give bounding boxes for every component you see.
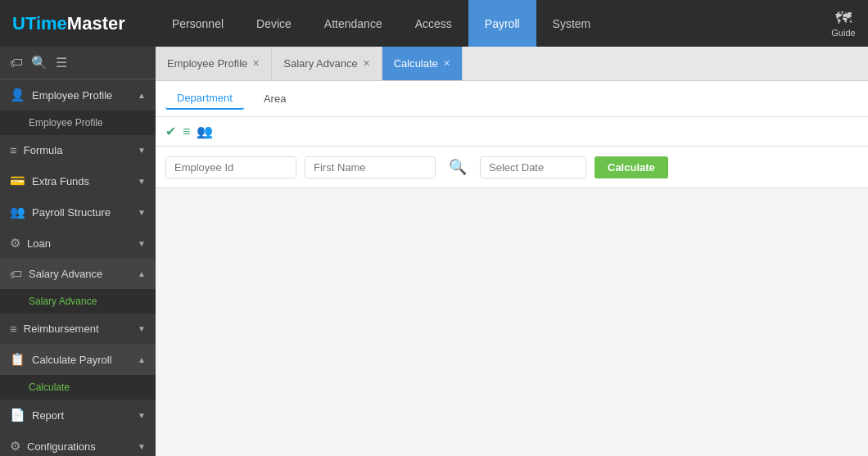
nav-payroll[interactable]: Payroll <box>468 0 536 47</box>
tab-bar: Employee Profile ✕ Salary Advance ✕ Calc… <box>156 47 868 81</box>
arrow-down-icon: ▼ <box>138 146 146 155</box>
arrow-up-icon2: ▲ <box>138 269 146 278</box>
nav-system[interactable]: System <box>536 0 608 47</box>
sidebar-item-reimbursement[interactable]: ≡ Reimbursement ▼ <box>0 314 156 344</box>
sidebar-label-calculate-payroll: Calculate Payroll <box>32 354 131 366</box>
main-layout: 🏷 🔍 ☰ 👤 Employee Profile ▲ Employee Prof… <box>0 47 868 456</box>
first-name-input[interactable] <box>305 156 436 178</box>
sidebar-item-report[interactable]: 📄 Report ▼ <box>0 400 156 431</box>
calculate-payroll-icon: 📋 <box>10 352 25 367</box>
sidebar-item-configurations[interactable]: ⚙ Configurations ▼ <box>0 431 156 456</box>
logo: UTime Master <box>0 13 156 34</box>
guide-label: Guide <box>831 28 855 38</box>
reimbursement-icon: ≡ <box>10 322 17 336</box>
sidebar-label-formula: Formula <box>24 144 131 156</box>
sidebar: 🏷 🔍 ☰ 👤 Employee Profile ▲ Employee Prof… <box>0 47 156 456</box>
filter-tab-department[interactable]: Department <box>165 88 244 110</box>
sidebar-label-payroll-structure: Payroll Structure <box>32 206 131 219</box>
sidebar-label-loan: Loan <box>27 237 131 250</box>
sidebar-child-calculate[interactable]: Calculate <box>0 375 156 400</box>
sidebar-top-icons: 🏷 🔍 ☰ <box>0 47 156 79</box>
nav-personnel[interactable]: Personnel <box>156 0 240 47</box>
guide-button[interactable]: 🗺 Guide <box>819 5 868 42</box>
sidebar-section-report: 📄 Report ▼ <box>0 400 156 431</box>
report-icon: 📄 <box>10 408 25 422</box>
nav-attendance[interactable]: Attendance <box>308 0 399 47</box>
sidebar-section-loan: ⚙ Loan ▼ <box>0 228 156 259</box>
arrow-down-icon7: ▼ <box>138 442 146 451</box>
sidebar-item-formula[interactable]: ≡ Formula ▼ <box>0 135 156 165</box>
search-icon[interactable]: 🔍 <box>31 55 47 70</box>
search-button[interactable]: 🔍 <box>444 153 472 181</box>
sidebar-section-payroll-structure: 👥 Payroll Structure ▼ <box>0 196 156 228</box>
list-view-icon[interactable]: ≡ <box>183 124 190 139</box>
sidebar-child-employee-profile[interactable]: Employee Profile <box>0 111 156 135</box>
employee-id-input[interactable] <box>165 156 296 178</box>
content-area: Employee Profile ✕ Salary Advance ✕ Calc… <box>156 47 868 456</box>
sidebar-section-calculate-payroll: 📋 Calculate Payroll ▲ Calculate <box>0 344 156 400</box>
table-area <box>156 188 868 456</box>
sidebar-item-calculate-payroll[interactable]: 📋 Calculate Payroll ▲ <box>0 344 156 375</box>
arrow-down-icon4: ▼ <box>138 239 146 248</box>
arrow-down-icon6: ▼ <box>138 411 146 420</box>
formula-icon: ≡ <box>10 143 17 157</box>
sidebar-label-reimbursement: Reimbursement <box>24 323 131 335</box>
check-icon[interactable]: ✔ <box>165 124 176 139</box>
tab-employee-profile[interactable]: Employee Profile ✕ <box>156 47 272 80</box>
filter-tab-area[interactable]: Area <box>252 88 297 109</box>
tab-salary-advance[interactable]: Salary Advance ✕ <box>272 47 382 80</box>
extra-funds-icon: 💳 <box>10 174 25 188</box>
sidebar-section-configurations: ⚙ Configurations ▼ <box>0 431 156 456</box>
arrow-down-icon5: ▼ <box>138 324 146 333</box>
sidebar-section-reimbursement: ≡ Reimbursement ▼ <box>0 314 156 344</box>
sidebar-item-loan[interactable]: ⚙ Loan ▼ <box>0 228 156 259</box>
logo-master: Master <box>67 13 125 34</box>
tab-employee-profile-label: Employee Profile <box>167 57 247 70</box>
sidebar-section-formula: ≡ Formula ▼ <box>0 135 156 165</box>
toolbar-icons: ✔ ≡ 👥 <box>165 124 213 139</box>
sidebar-label-employee-profile: Employee Profile <box>32 89 131 102</box>
sidebar-item-employee-profile[interactable]: 👤 Employee Profile ▲ <box>0 79 156 111</box>
tab-salary-advance-label: Salary Advance <box>283 57 357 70</box>
arrow-up-icon3: ▲ <box>138 355 146 364</box>
filter-row: Department Area <box>156 81 868 117</box>
group-icon[interactable]: 👥 <box>197 124 213 139</box>
nav-device[interactable]: Device <box>240 0 308 47</box>
sidebar-section-employee-profile: 👤 Employee Profile ▲ Employee Profile <box>0 79 156 135</box>
search-bar-row: 🔍 Calculate <box>156 147 868 188</box>
salary-advance-icon: 🏷 <box>10 267 22 281</box>
sidebar-section-salary-advance: 🏷 Salary Advance ▲ Salary Advance <box>0 259 156 314</box>
top-navigation: UTime Master Personnel Device Attendance… <box>0 0 868 47</box>
tab-employee-profile-close[interactable]: ✕ <box>252 58 260 69</box>
sidebar-item-payroll-structure[interactable]: 👥 Payroll Structure ▼ <box>0 196 156 228</box>
sidebar-label-configurations: Configurations <box>27 440 131 453</box>
calculate-button[interactable]: Calculate <box>594 156 668 178</box>
sidebar-child-salary-advance[interactable]: Salary Advance <box>0 289 156 314</box>
loan-icon: ⚙ <box>10 236 20 251</box>
list-icon[interactable]: ☰ <box>56 55 67 70</box>
payroll-structure-icon: 👥 <box>10 205 25 219</box>
configurations-icon: ⚙ <box>10 439 20 454</box>
sidebar-item-salary-advance[interactable]: 🏷 Salary Advance ▲ <box>0 259 156 289</box>
nav-access[interactable]: Access <box>399 0 468 47</box>
tab-calculate-close[interactable]: ✕ <box>443 58 450 69</box>
tag-icon[interactable]: 🏷 <box>10 56 23 70</box>
sidebar-label-report: Report <box>32 409 131 422</box>
toolbar: ✔ ≡ 👥 <box>156 117 868 147</box>
tab-salary-advance-close[interactable]: ✕ <box>363 58 370 69</box>
tab-calculate[interactable]: Calculate ✕ <box>382 47 463 80</box>
nav-items: Personnel Device Attendance Access Payro… <box>156 0 819 47</box>
arrow-down-icon2: ▼ <box>138 177 146 186</box>
employee-profile-icon: 👤 <box>10 88 25 102</box>
sidebar-section-extra-funds: 💳 Extra Funds ▼ <box>0 165 156 196</box>
date-input[interactable] <box>480 156 586 178</box>
logo-time: Time <box>25 13 67 34</box>
tab-calculate-label: Calculate <box>394 57 438 70</box>
guide-icon: 🗺 <box>835 9 852 28</box>
sidebar-label-salary-advance: Salary Advance <box>29 268 131 280</box>
arrow-up-icon: ▲ <box>138 91 146 100</box>
sidebar-item-extra-funds[interactable]: 💳 Extra Funds ▼ <box>0 165 156 196</box>
logo-u: U <box>12 13 25 34</box>
arrow-down-icon3: ▼ <box>138 208 146 217</box>
sidebar-label-extra-funds: Extra Funds <box>32 175 131 187</box>
